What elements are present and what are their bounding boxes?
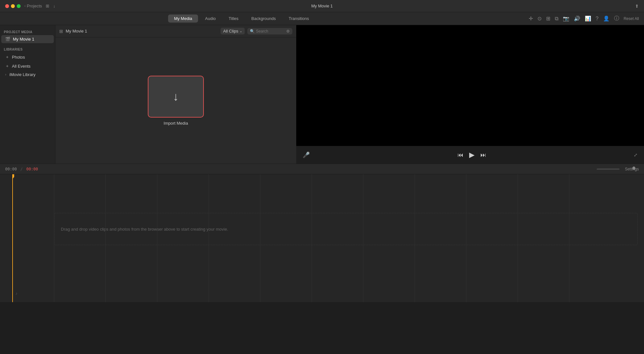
chevron-right-icon: › bbox=[5, 73, 6, 76]
chart-icon[interactable]: 📊 bbox=[585, 15, 591, 22]
total-time: 00:00 bbox=[26, 167, 38, 171]
zoom-handle[interactable] bbox=[632, 167, 635, 170]
crop-icon[interactable]: ⧉ bbox=[555, 16, 558, 22]
minimize-button[interactable] bbox=[11, 4, 15, 8]
tab-transitions[interactable]: Transitions bbox=[283, 14, 315, 23]
person-icon[interactable]: 👤 bbox=[603, 15, 610, 22]
skip-back-button[interactable]: ⏮ bbox=[458, 152, 463, 158]
search-icon: 🔍 bbox=[250, 29, 255, 33]
film-icon: 🎬 bbox=[5, 37, 10, 42]
zoom-bar bbox=[597, 168, 620, 170]
projects-label: Projects bbox=[27, 4, 42, 8]
media-browser-header-left: ⊞ My Movie 1 bbox=[59, 29, 87, 34]
maximize-button[interactable] bbox=[17, 4, 21, 8]
timeline-area: 00:00 / 00:00 Settings bbox=[0, 164, 644, 302]
grid-view-icon[interactable]: ⊞ bbox=[59, 29, 63, 34]
timeline-settings: Settings bbox=[597, 167, 639, 171]
clips-label: All Clips bbox=[223, 29, 238, 33]
search-bar[interactable]: 🔍 ⚙ bbox=[247, 28, 292, 34]
media-browser-header-right: All Clips ⌄ 🔍 ⚙ bbox=[221, 28, 292, 34]
preview-controls-center: ⏮ ▶ ⏭ bbox=[458, 151, 486, 159]
tab-titles[interactable]: Titles bbox=[223, 14, 244, 23]
import-media-button[interactable]: ↓ Import Media bbox=[148, 76, 204, 126]
current-time: 00:00 bbox=[5, 167, 17, 171]
timeline-drop-text: Drag and drop video clips and photos fro… bbox=[61, 227, 228, 232]
plus-icon-2: ＋ bbox=[5, 63, 9, 69]
chevron-left-icon: ‹ bbox=[24, 4, 25, 8]
preview-controls: 🎤 ⏮ ▶ ⏭ ⤢ bbox=[296, 146, 644, 164]
crosshair-icon[interactable]: ✛ bbox=[529, 15, 533, 22]
timeline-main[interactable]: Drag and drop video clips and photos fro… bbox=[12, 174, 644, 302]
timeline-drop-zone: Drag and drop video clips and photos fro… bbox=[54, 213, 638, 245]
preview-controls-left: 🎤 bbox=[303, 151, 310, 158]
title-bar-left: ‹ Projects ⊞ ↓ bbox=[5, 4, 55, 8]
project-media-title: PROJECT MEDIA bbox=[0, 28, 55, 35]
tab-backgrounds[interactable]: Backgrounds bbox=[246, 14, 282, 23]
sidebar-project-label: My Movie 1 bbox=[13, 37, 34, 42]
sidebar-item-my-movie[interactable]: 🎬 My Movie 1 bbox=[1, 35, 54, 43]
settings-button[interactable]: Settings bbox=[625, 167, 639, 171]
audio-icon[interactable]: 🔊 bbox=[574, 15, 580, 22]
preview-pane: 🎤 ⏮ ▶ ⏭ ⤢ bbox=[296, 25, 644, 164]
search-input[interactable] bbox=[256, 29, 285, 33]
clips-selector[interactable]: All Clips ⌄ bbox=[221, 28, 245, 34]
import-media-label: Import Media bbox=[164, 121, 188, 126]
sidebar-all-events-label: All Events bbox=[12, 64, 31, 69]
clips-chevron-icon: ⌄ bbox=[240, 29, 242, 33]
color-correction-icon[interactable]: ⊙ bbox=[537, 15, 542, 22]
sidebar-photos-label: Photos bbox=[12, 55, 25, 60]
title-bar: ‹ Projects ⊞ ↓ My Movie 1 ⬆ bbox=[0, 0, 644, 12]
top-nav: My Media Audio Titles Backgrounds Transi… bbox=[168, 14, 315, 23]
sidebar-item-imovie-library[interactable]: › iMovie Library bbox=[1, 71, 54, 79]
playhead bbox=[12, 174, 13, 302]
sidebar-item-all-events[interactable]: ＋ All Events bbox=[1, 62, 54, 71]
question-icon[interactable]: ? bbox=[596, 16, 599, 22]
microphone-icon[interactable]: 🎤 bbox=[303, 151, 310, 158]
timeline-time: 00:00 / 00:00 bbox=[5, 167, 38, 171]
reset-all-button[interactable]: Reset All bbox=[624, 16, 639, 21]
media-browser: ⊞ My Movie 1 All Clips ⌄ 🔍 ⚙ bbox=[55, 25, 296, 164]
skip-forward-button[interactable]: ⏭ bbox=[480, 152, 486, 158]
traffic-lights bbox=[5, 4, 21, 8]
stabilization-icon[interactable]: ⊞ bbox=[546, 15, 550, 22]
play-pause-button[interactable]: ▶ bbox=[469, 151, 475, 159]
libraries-title: LIBRARIES bbox=[0, 46, 55, 53]
view-mode-icon[interactable]: ⊞ bbox=[46, 4, 49, 8]
media-browser-title: My Movie 1 bbox=[66, 29, 87, 33]
playhead-marker bbox=[12, 174, 14, 179]
preview-video bbox=[296, 25, 644, 146]
upload-icon[interactable]: ⬆ bbox=[635, 4, 639, 9]
zoom-control[interactable] bbox=[597, 167, 622, 171]
timeline-header: 00:00 / 00:00 Settings bbox=[0, 164, 644, 174]
sidebar-imovie-library-label: iMovie Library bbox=[9, 72, 35, 77]
tab-my-media[interactable]: My Media bbox=[168, 14, 198, 23]
window-title: My Movie 1 bbox=[311, 4, 333, 8]
close-button[interactable] bbox=[5, 4, 9, 8]
share-icon[interactable]: ↓ bbox=[53, 4, 55, 8]
timeline-left-panel bbox=[0, 174, 12, 302]
tab-audio[interactable]: Audio bbox=[199, 14, 222, 23]
title-bar-right: ⬆ bbox=[635, 4, 639, 9]
preview-controls-right: ⤢ bbox=[634, 152, 638, 158]
search-settings-icon[interactable]: ⚙ bbox=[286, 29, 290, 33]
plus-icon: ＋ bbox=[5, 54, 9, 60]
sidebar: PROJECT MEDIA 🎬 My Movie 1 LIBRARIES ＋ P… bbox=[0, 25, 55, 164]
sidebar-item-photos[interactable]: ＋ Photos bbox=[1, 53, 54, 62]
camera-icon[interactable]: 📷 bbox=[563, 15, 569, 22]
timeline-content: Drag and drop video clips and photos fro… bbox=[0, 174, 644, 302]
fullscreen-icon[interactable]: ⤢ bbox=[634, 152, 638, 158]
media-content: ↓ Import Media bbox=[55, 37, 296, 164]
projects-button[interactable]: ‹ Projects bbox=[24, 4, 42, 8]
music-icon: ♪ bbox=[15, 291, 17, 296]
media-browser-header: ⊞ My Movie 1 All Clips ⌄ 🔍 ⚙ bbox=[55, 25, 296, 37]
import-media-box: ↓ bbox=[148, 76, 204, 118]
info-icon[interactable]: ⓘ bbox=[614, 15, 619, 22]
download-icon: ↓ bbox=[173, 90, 179, 103]
